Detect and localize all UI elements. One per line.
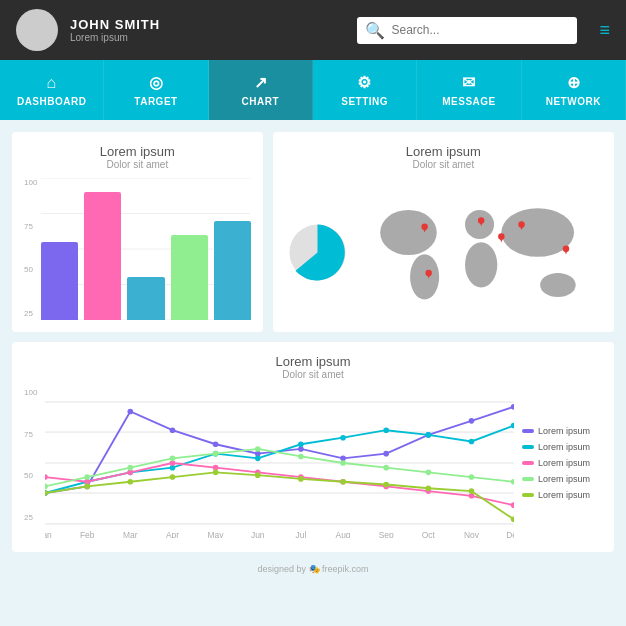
svg-point-46 xyxy=(255,456,261,462)
svg-text:Nov: Nov xyxy=(464,530,480,538)
svg-point-67 xyxy=(128,465,134,471)
legend-item-3: Lorem ipsum xyxy=(522,458,602,468)
svg-point-71 xyxy=(298,454,304,460)
legend-color-3 xyxy=(522,461,534,465)
line-y-axis: 100 75 50 25 xyxy=(24,388,37,538)
svg-point-47 xyxy=(298,441,304,447)
bar-4 xyxy=(171,235,208,320)
legend-color-1 xyxy=(522,429,534,433)
bar-chart-title: Lorem ipsum xyxy=(24,144,251,159)
svg-point-72 xyxy=(341,460,347,466)
legend-label-2: Lorem ipsum xyxy=(538,442,590,452)
svg-point-80 xyxy=(170,474,176,480)
svg-point-68 xyxy=(170,456,176,462)
footer-text: designed by 🎭 freepik.com xyxy=(257,564,368,574)
svg-point-6 xyxy=(380,210,437,255)
nav-chart[interactable]: ↗ CHART xyxy=(209,60,313,120)
svg-point-33 xyxy=(213,441,219,447)
svg-point-64 xyxy=(511,502,514,508)
svg-point-8 xyxy=(465,210,494,239)
user-name: JOHN SMITH xyxy=(70,17,160,32)
svg-point-7 xyxy=(410,254,439,299)
nav-message-label: MESSAGE xyxy=(442,96,496,107)
svg-point-37 xyxy=(384,451,390,457)
legend-label-3: Lorem ipsum xyxy=(538,458,590,468)
svg-text:Feb: Feb xyxy=(80,530,95,538)
svg-text:Dec: Dec xyxy=(507,530,514,538)
svg-text:Aug: Aug xyxy=(336,530,351,538)
svg-point-65 xyxy=(45,484,48,490)
svg-point-69 xyxy=(213,451,219,457)
svg-point-78 xyxy=(85,484,91,490)
bar-5 xyxy=(214,221,251,320)
chart-icon: ↗ xyxy=(254,73,268,92)
svg-point-77 xyxy=(45,490,48,496)
svg-point-51 xyxy=(469,439,475,445)
svg-point-50 xyxy=(426,432,432,438)
menu-icon[interactable]: ≡ xyxy=(599,20,610,41)
svg-point-82 xyxy=(255,472,261,478)
search-bar[interactable]: 🔍 xyxy=(357,17,577,44)
user-subtitle: Lorem ipsum xyxy=(70,32,160,43)
svg-text:Jan: Jan xyxy=(45,530,52,538)
legend-label-1: Lorem ipsum xyxy=(538,426,590,436)
nav-setting[interactable]: ⚙ SETTING xyxy=(313,60,417,120)
svg-point-11 xyxy=(540,273,576,297)
line-chart-svg: Jan Feb Mar Apr May Jun Jul Aug Sep Oct … xyxy=(45,388,514,538)
legend-item-4: Lorem ipsum xyxy=(522,474,602,484)
legend-label-4: Lorem ipsum xyxy=(538,474,590,484)
line-chart-title: Lorem ipsum xyxy=(24,354,602,369)
svg-point-32 xyxy=(170,427,176,433)
svg-point-84 xyxy=(341,479,347,485)
target-icon: ◎ xyxy=(149,73,164,92)
line-chart-subtitle: Dolor sit amet xyxy=(24,369,602,380)
map-chart-title: Lorem ipsum xyxy=(285,144,602,159)
line-chart-card: Lorem ipsum Dolor sit amet 100 75 50 25 xyxy=(12,342,614,552)
cards-row: Lorem ipsum Dolor sit amet 100 75 50 25 xyxy=(12,132,614,332)
nav-setting-label: SETTING xyxy=(341,96,388,107)
svg-point-52 xyxy=(511,423,514,429)
svg-point-70 xyxy=(255,446,261,452)
legend-item-5: Lorem ipsum xyxy=(522,490,602,500)
world-map-svg xyxy=(360,178,602,327)
svg-text:Mar: Mar xyxy=(123,530,138,538)
svg-text:May: May xyxy=(208,530,225,538)
nav-target-label: TARGET xyxy=(134,96,177,107)
legend-label-5: Lorem ipsum xyxy=(538,490,590,500)
svg-point-40 xyxy=(511,404,514,410)
search-input[interactable] xyxy=(391,23,569,37)
line-chart-area: 100 75 50 25 xyxy=(24,388,602,538)
avatar xyxy=(16,9,58,51)
nav-message[interactable]: ✉ MESSAGE xyxy=(417,60,521,120)
svg-point-74 xyxy=(426,470,432,476)
mail-icon: ✉ xyxy=(462,73,476,92)
pie-chart xyxy=(285,220,350,285)
map-area xyxy=(285,178,602,327)
bar-chart-subtitle: Dolor sit amet xyxy=(24,159,251,170)
nav-dashboard[interactable]: ⌂ DASHBOARD xyxy=(0,60,104,120)
svg-point-9 xyxy=(465,242,497,287)
bar-1 xyxy=(41,242,78,320)
svg-point-85 xyxy=(384,482,390,488)
nav-dashboard-label: DASHBOARD xyxy=(17,96,87,107)
bar-chart-y-axis: 100 75 50 25 xyxy=(24,178,37,320)
svg-point-86 xyxy=(426,485,432,491)
home-icon: ⌂ xyxy=(47,74,57,92)
bars-container xyxy=(41,178,250,320)
svg-point-49 xyxy=(384,427,390,433)
svg-text:Apr: Apr xyxy=(166,530,179,538)
search-icon: 🔍 xyxy=(365,21,385,40)
nav-network[interactable]: ⊕ NETWORK xyxy=(522,60,626,120)
svg-point-83 xyxy=(298,476,304,482)
map-chart-subtitle: Dolor sit amet xyxy=(285,159,602,170)
svg-point-31 xyxy=(128,409,134,415)
nav-target[interactable]: ◎ TARGET xyxy=(104,60,208,120)
legend-color-4 xyxy=(522,477,534,481)
legend-item-1: Lorem ipsum xyxy=(522,426,602,436)
legend-color-2 xyxy=(522,445,534,449)
svg-point-79 xyxy=(128,479,134,485)
navigation: ⌂ DASHBOARD ◎ TARGET ↗ CHART ⚙ SETTING ✉… xyxy=(0,60,626,120)
svg-point-81 xyxy=(213,470,219,476)
main-content: Lorem ipsum Dolor sit amet 100 75 50 25 xyxy=(0,120,626,588)
svg-point-39 xyxy=(469,418,475,424)
